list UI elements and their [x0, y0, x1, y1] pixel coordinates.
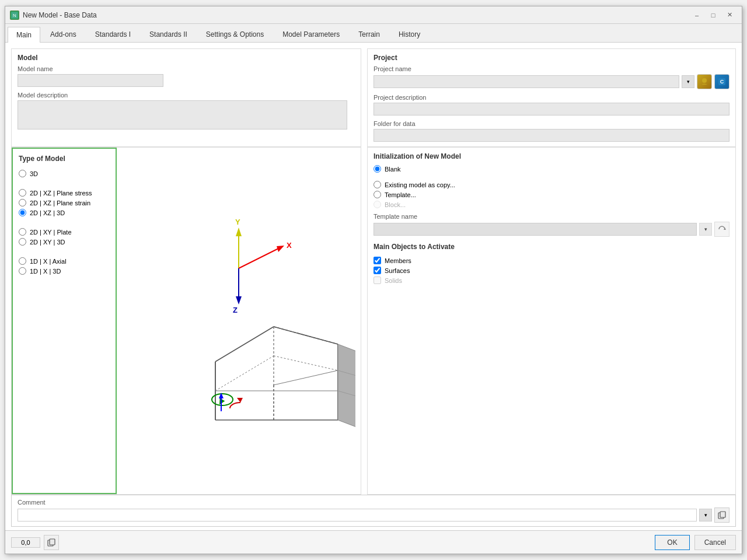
solids-checkbox-input[interactable] [374, 276, 381, 284]
main-objects-section: Main Objects to Activate Members Surface… [374, 243, 729, 284]
radio-1d-x-axial[interactable]: 1D | X | Axial [19, 257, 110, 265]
tab-settings-options[interactable]: Settings & Options [197, 26, 273, 42]
type-and-view-section: Type of Model 3D 2D | XZ | Pla [11, 147, 361, 495]
template-name-input [374, 223, 697, 236]
maximize-button[interactable]: □ [706, 9, 721, 21]
folder-for-data-label: Folder for data [374, 120, 729, 127]
close-button[interactable]: ✕ [722, 9, 737, 21]
svg-line-7 [239, 248, 280, 268]
coord-display: 0,0 [11, 537, 40, 548]
cancel-button[interactable]: Cancel [694, 535, 736, 550]
tab-model-parameters[interactable]: Model Parameters [274, 26, 348, 42]
init-blank[interactable]: Blank [374, 165, 729, 173]
svg-rect-45 [720, 512, 725, 517]
init-template[interactable]: Template... [374, 191, 729, 198]
radio-2d-xz-pst-input[interactable] [19, 199, 26, 206]
titlebar: N New Model - Base Data – □ ✕ [5, 6, 742, 24]
comment-dropdown-arrow[interactable]: ▾ [699, 509, 712, 522]
bottom-bar: 0,0 OK Cancel [5, 530, 742, 554]
model-section-label: Model [18, 54, 355, 62]
svg-line-25 [274, 356, 338, 370]
surfaces-checkbox[interactable]: Surfaces [374, 267, 729, 274]
model-info-section: Model Model name Model description [11, 48, 361, 147]
type-view-inner: Type of Model 3D 2D | XZ | Pla [12, 148, 361, 494]
model-name-label: Model name [18, 65, 355, 72]
comment-section: Comment ▾ [11, 495, 736, 527]
tab-history[interactable]: History [390, 26, 429, 42]
radio-2d-xz-ps-input[interactable] [19, 189, 26, 197]
svg-point-2 [702, 78, 707, 83]
status-copy-btn[interactable] [44, 535, 59, 550]
tab-main[interactable]: Main [8, 27, 40, 43]
radio-2d-xz-plane-strain[interactable]: 2D | XZ | Plane strain [19, 199, 110, 206]
members-checkbox[interactable]: Members [374, 257, 729, 264]
init-section-label: Initialization of New Model [374, 152, 729, 160]
init-template-input[interactable] [374, 191, 381, 198]
svg-line-19 [215, 327, 274, 362]
main-objects-label: Main Objects to Activate [374, 243, 729, 251]
project-section-label: Project [374, 54, 729, 62]
comment-copy-btn[interactable] [714, 508, 729, 523]
project-name-dropdown-arrow[interactable]: ▾ [682, 75, 694, 88]
init-existing[interactable]: Existing model as copy... [374, 181, 729, 188]
init-blank-input[interactable] [374, 165, 381, 173]
svg-text:Y: Y [235, 218, 240, 226]
solids-checkbox[interactable]: Solids [374, 276, 729, 284]
init-block[interactable]: Block... [374, 201, 729, 208]
project-name-input[interactable] [374, 75, 679, 88]
bottom-left: 0,0 [11, 535, 59, 550]
type-of-model-label: Type of Model [19, 155, 110, 163]
radio-2d-xy-3d-input[interactable] [19, 238, 26, 246]
init-radio-group: Blank Existing model as copy... Template… [374, 165, 729, 208]
top-sections: Model Model name Model description Proje… [5, 43, 742, 147]
svg-line-27 [215, 356, 274, 391]
viewport-area: X Z Y [117, 148, 361, 494]
radio-group-2d-xz: 2D | XZ | Plane stress 2D | XZ | Plane s… [19, 189, 110, 216]
tab-addons[interactable]: Add-ons [41, 26, 85, 42]
tab-terrain[interactable]: Terrain [350, 26, 389, 42]
radio-2d-xy-plate-input[interactable] [19, 228, 26, 236]
svg-text:X: X [287, 241, 292, 250]
model-name-input[interactable] [18, 74, 163, 87]
minimize-button[interactable]: – [689, 9, 704, 21]
members-checkbox-input[interactable] [374, 257, 381, 264]
svg-rect-47 [50, 539, 55, 545]
radio-1d-x-3d[interactable]: 1D | X | 3D [19, 267, 110, 275]
radio-1d-x-3d-input[interactable] [19, 267, 26, 275]
radio-2d-xz-3d[interactable]: 2D | XZ | 3D [19, 209, 110, 216]
main-window: N New Model - Base Data – □ ✕ Main Add-o… [5, 6, 742, 554]
project-info-section: Project Project name ▾ [367, 48, 736, 147]
tab-standards-i[interactable]: Standards I [86, 26, 139, 42]
radio-2d-xy-plate[interactable]: 2D | XY | Plate [19, 228, 110, 236]
radio-2d-xy-3d[interactable]: 2D | XY | 3D [19, 238, 110, 246]
radio-group-1d-x: 1D | X | Axial 1D | X | 3D [19, 257, 110, 275]
svg-marker-11 [236, 296, 242, 304]
radio-3d[interactable]: 3D [19, 170, 110, 177]
template-dropdown-row: ▾ [374, 222, 729, 237]
folder-data-input[interactable] [374, 129, 729, 142]
radio-3d-input[interactable] [19, 170, 26, 177]
ok-button[interactable]: OK [655, 535, 689, 550]
radio-2d-xz-3d-input[interactable] [19, 209, 26, 216]
radio-group-2d-xy: 2D | XY | Plate 2D | XY | 3D [19, 228, 110, 246]
tab-standards-ii[interactable]: Standards II [141, 26, 196, 42]
comment-input[interactable] [18, 509, 697, 522]
type-of-model-section: Type of Model 3D 2D | XZ | Pla [12, 148, 117, 494]
init-block-input[interactable] [374, 201, 381, 208]
model-viewport-svg: X Z Y [122, 198, 355, 443]
comment-label: Comment [18, 499, 729, 506]
project-description-input[interactable] [374, 103, 729, 116]
project-name-label: Project name [374, 65, 729, 72]
project-name-row: ▾ C [374, 74, 729, 89]
project-animal-icon-btn[interactable] [697, 74, 712, 89]
surfaces-checkbox-input[interactable] [374, 267, 381, 274]
svg-line-26 [274, 370, 338, 385]
radio-1d-x-axial-input[interactable] [19, 257, 26, 265]
project-blue-icon-btn[interactable]: C [714, 74, 729, 89]
project-description-label: Project description [374, 94, 729, 101]
radio-2d-xz-plane-stress[interactable]: 2D | XZ | Plane stress [19, 189, 110, 197]
model-description-input[interactable] [18, 100, 347, 130]
svg-marker-33 [237, 398, 243, 402]
init-existing-input[interactable] [374, 181, 381, 188]
window-controls: – □ ✕ [689, 9, 737, 21]
